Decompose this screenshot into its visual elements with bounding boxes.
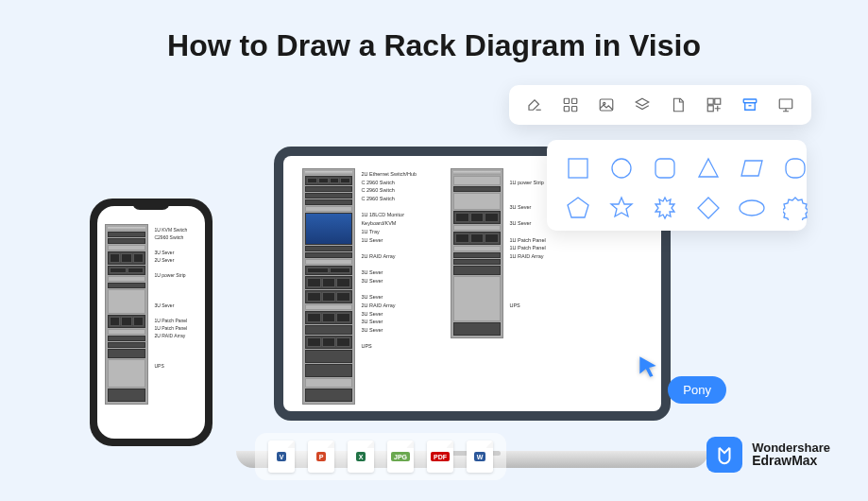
rack-label xyxy=(154,355,187,362)
rack-label: 1U Patch Panel xyxy=(154,318,187,324)
shape-parallelogram[interactable] xyxy=(738,155,766,181)
file-format-p[interactable]: P xyxy=(308,441,334,473)
archive-icon[interactable] xyxy=(741,96,758,113)
rack-label xyxy=(509,294,545,302)
rack-label: 1U Patch Panel xyxy=(509,237,545,245)
rack-labels-2: 1U power Strip 3U Sever 3U Sever 1U Patc… xyxy=(509,171,545,311)
rack-label: 1U RAID Array xyxy=(509,253,545,261)
shape-rounded-square[interactable] xyxy=(651,155,679,181)
rack-label xyxy=(361,286,417,294)
rack-label: 3U Sever xyxy=(509,204,545,212)
file-format-w[interactable]: W xyxy=(467,441,493,473)
rack-labels-phone: 1U KVM SwitchC2960 Switch 3U Sever2U Sev… xyxy=(154,227,187,371)
shape-star[interactable] xyxy=(607,195,636,221)
rack-label xyxy=(509,262,545,269)
rack-label: C 2960 Switch xyxy=(361,180,417,187)
file-format-pdf[interactable]: PDF xyxy=(427,441,453,473)
svg-rect-6 xyxy=(707,98,713,104)
rack-label xyxy=(361,204,417,212)
svg-rect-11 xyxy=(569,159,587,178)
rack-label xyxy=(509,269,545,277)
rack-label: UPS xyxy=(509,302,545,310)
rack-label xyxy=(361,336,417,343)
svg-rect-14 xyxy=(786,159,805,178)
rack-label xyxy=(154,348,187,354)
rack-label xyxy=(509,171,545,179)
rack-label: 3U Sever xyxy=(361,278,417,285)
phone-mockup: 1U KVM SwitchC2960 Switch 3U Sever2U Sev… xyxy=(90,199,213,446)
rack-label: 3U Sever xyxy=(154,250,187,256)
cursor-label: Pony xyxy=(668,376,726,404)
rack-label: 2U RAID Array xyxy=(154,333,187,339)
rack-label: 1U Tray xyxy=(361,229,417,236)
rack-label: C 2960 Switch xyxy=(361,187,417,195)
shape-square[interactable] xyxy=(564,155,592,181)
brand-mark-icon xyxy=(706,437,742,473)
svg-rect-1 xyxy=(572,98,577,103)
shape-oval[interactable] xyxy=(738,195,766,221)
rack-label: C 2960 Switch xyxy=(361,196,417,203)
rack-label xyxy=(154,242,187,249)
shapes-panel xyxy=(547,140,807,231)
rack-label: 3U Sever xyxy=(361,294,417,302)
svg-point-15 xyxy=(740,200,764,216)
brand-logo: Wondershare EdrawMax xyxy=(706,437,830,473)
shape-triangle[interactable] xyxy=(694,155,723,181)
rack-label: 1U KVM Switch xyxy=(154,227,187,233)
svg-rect-0 xyxy=(564,98,569,103)
file-format-x[interactable]: X xyxy=(348,441,374,473)
rack-label: 1U Patch Panel xyxy=(509,245,545,252)
rack-label xyxy=(509,212,545,219)
svg-point-12 xyxy=(612,159,631,178)
rack-label: 2U RAID Array xyxy=(361,302,417,310)
shape-burst[interactable] xyxy=(651,195,679,221)
rack-label: 3U Sever xyxy=(154,302,187,309)
present-icon[interactable] xyxy=(777,96,794,113)
brand-line2: EdrawMax xyxy=(752,454,830,468)
rack-label xyxy=(509,286,545,294)
brand-line1: Wondershare xyxy=(752,441,830,455)
fill-icon[interactable] xyxy=(526,96,543,113)
rack-label: 1U 18LCD Monitor xyxy=(361,212,417,219)
rack-label xyxy=(509,187,545,195)
rack-label: 2U Sever xyxy=(154,257,187,264)
rack-label xyxy=(154,340,187,347)
rack-label: 3U Sever xyxy=(361,311,417,319)
rack-label: 1U power Strip xyxy=(154,272,187,279)
rack-label: 3U Sever xyxy=(509,220,545,228)
shape-circle[interactable] xyxy=(607,155,636,181)
svg-rect-13 xyxy=(655,159,674,178)
shape-diamond[interactable] xyxy=(694,195,723,221)
svg-rect-8 xyxy=(707,106,713,112)
file-format-jpg[interactable]: JPG xyxy=(387,441,414,473)
layers-icon[interactable] xyxy=(634,96,651,113)
rack-label xyxy=(509,229,545,236)
shape-pentagon[interactable] xyxy=(564,195,592,221)
rack-label: 3U Sever xyxy=(361,319,417,326)
svg-rect-10 xyxy=(779,99,792,109)
rack-label: C2960 Switch xyxy=(154,234,187,241)
export-formats: VPXJPGPDFW xyxy=(255,433,506,480)
rack-label xyxy=(154,310,187,317)
shape-seal[interactable] xyxy=(781,195,809,221)
rack-label: 3U Sever xyxy=(361,269,417,277)
page-icon[interactable] xyxy=(670,96,687,113)
image-icon[interactable] xyxy=(598,96,615,113)
rack-label xyxy=(154,295,187,302)
rack-label xyxy=(154,265,187,271)
shape-rounded-rect[interactable] xyxy=(781,155,809,181)
rack-label: 1U Patch Panel xyxy=(154,325,187,332)
rack-label: 3U Sever xyxy=(361,327,417,335)
rack-labels-1: 2U Ethernet Switch/HubC 2960 SwitchC 296… xyxy=(361,171,417,352)
svg-rect-2 xyxy=(564,107,569,112)
file-format-v[interactable]: V xyxy=(268,441,295,473)
rack-label: UPS xyxy=(361,343,417,351)
components-icon[interactable] xyxy=(706,96,723,113)
rack-label: UPS xyxy=(154,363,187,370)
rack-label: 2U RAID Array xyxy=(361,253,417,261)
rack-label xyxy=(154,287,187,294)
grid-icon[interactable] xyxy=(562,96,579,113)
rack-label xyxy=(361,245,417,252)
cursor-icon xyxy=(636,354,660,383)
rack-label: Keyboard/KVM xyxy=(361,220,417,228)
